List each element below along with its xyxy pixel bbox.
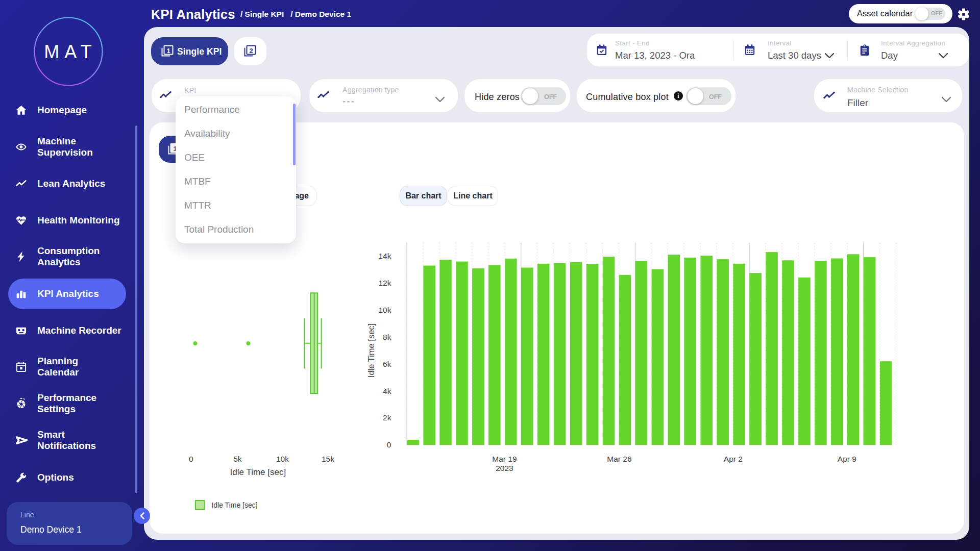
svg-text:8k: 8k <box>383 333 391 341</box>
svg-text:1: 1 <box>166 47 170 55</box>
svg-text:14k: 14k <box>378 252 391 260</box>
svg-text:Mar 26: Mar 26 <box>607 455 631 463</box>
svg-text:2023: 2023 <box>496 464 513 472</box>
svg-text:MAT: MAT <box>44 41 96 62</box>
svg-text:Mar 19: Mar 19 <box>492 455 517 463</box>
svg-text:12k: 12k <box>378 279 391 287</box>
svg-text:6k: 6k <box>383 360 391 368</box>
svg-text:Apr 9: Apr 9 <box>838 455 856 463</box>
svg-text:0: 0 <box>387 440 391 449</box>
svg-text:10k: 10k <box>276 455 289 463</box>
svg-text:Idle Time [sec]: Idle Time [sec] <box>230 467 286 477</box>
svg-text:Apr 2: Apr 2 <box>724 455 743 463</box>
svg-text:Idle Time [sec]: Idle Time [sec] <box>211 501 257 509</box>
svg-text:0: 0 <box>189 455 193 463</box>
svg-text:15k: 15k <box>322 455 334 463</box>
svg-text:4k: 4k <box>383 387 391 395</box>
svg-text:Idle Time [sec]: Idle Time [sec] <box>366 323 376 378</box>
svg-text:10k: 10k <box>378 306 391 314</box>
svg-text:5k: 5k <box>233 455 242 463</box>
svg-text:2k: 2k <box>383 413 391 422</box>
svg-text:2: 2 <box>249 47 253 55</box>
